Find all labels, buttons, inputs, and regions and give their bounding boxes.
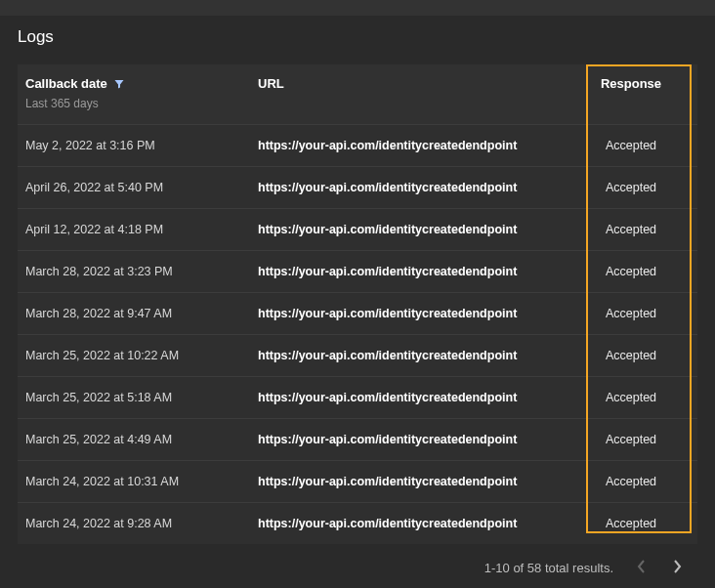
cell-date: May 2, 2022 at 3:16 PM bbox=[25, 139, 258, 152]
logs-panel: Logs Callback date Last 365 days URL Res… bbox=[0, 16, 715, 578]
prev-page-button[interactable] bbox=[635, 558, 649, 578]
cell-date: March 25, 2022 at 5:18 AM bbox=[25, 391, 258, 404]
cell-date: March 28, 2022 at 3:23 PM bbox=[25, 265, 258, 278]
cell-url: https://your-api.com/identitycreatedendp… bbox=[258, 475, 572, 488]
header-url[interactable]: URL bbox=[258, 76, 572, 91]
cell-response: Accepted bbox=[572, 391, 690, 404]
cell-response: Accepted bbox=[572, 349, 690, 362]
table-row[interactable]: March 25, 2022 at 4:49 AMhttps://your-ap… bbox=[18, 418, 697, 460]
table-row[interactable]: March 24, 2022 at 9:28 AMhttps://your-ap… bbox=[18, 502, 697, 544]
cell-date: March 24, 2022 at 10:31 AM bbox=[25, 475, 258, 488]
table-row[interactable]: March 25, 2022 at 5:18 AMhttps://your-ap… bbox=[18, 376, 697, 418]
cell-url: https://your-api.com/identitycreatedendp… bbox=[258, 433, 572, 446]
cell-response: Accepted bbox=[572, 181, 690, 194]
table-row[interactable]: April 12, 2022 at 4:18 PMhttps://your-ap… bbox=[18, 208, 697, 250]
header-date-label: Callback date bbox=[25, 76, 107, 91]
cell-response: Accepted bbox=[572, 223, 690, 236]
cell-url: https://your-api.com/identitycreatedendp… bbox=[258, 349, 572, 362]
pagination: 1-10 of 58 total results. bbox=[18, 544, 697, 578]
cell-url: https://your-api.com/identitycreatedendp… bbox=[258, 139, 572, 152]
cell-date: April 26, 2022 at 5:40 PM bbox=[25, 181, 258, 194]
table-row[interactable]: April 26, 2022 at 5:40 PMhttps://your-ap… bbox=[18, 166, 697, 208]
next-page-button[interactable] bbox=[670, 558, 684, 578]
cell-response: Accepted bbox=[572, 139, 690, 152]
top-bar bbox=[0, 0, 715, 16]
table-row[interactable]: May 2, 2022 at 3:16 PMhttps://your-api.c… bbox=[18, 124, 697, 166]
cell-response: Accepted bbox=[572, 265, 690, 278]
header-response-label: Response bbox=[601, 76, 661, 91]
table-row[interactable]: March 28, 2022 at 9:47 AMhttps://your-ap… bbox=[18, 292, 697, 334]
cell-url: https://your-api.com/identitycreatedendp… bbox=[258, 223, 572, 236]
cell-response: Accepted bbox=[572, 433, 690, 446]
header-date-subtext: Last 365 days bbox=[25, 97, 258, 110]
cell-date: April 12, 2022 at 4:18 PM bbox=[25, 223, 258, 236]
logs-table: Callback date Last 365 days URL Response… bbox=[18, 64, 697, 544]
cell-url: https://your-api.com/identitycreatedendp… bbox=[258, 391, 572, 404]
cell-date: March 25, 2022 at 4:49 AM bbox=[25, 433, 258, 446]
header-url-label: URL bbox=[258, 76, 284, 91]
cell-response: Accepted bbox=[572, 307, 690, 320]
chevron-left-icon bbox=[637, 560, 647, 576]
cell-date: March 24, 2022 at 9:28 AM bbox=[25, 517, 258, 530]
header-response[interactable]: Response bbox=[572, 76, 690, 91]
cell-date: March 28, 2022 at 9:47 AM bbox=[25, 307, 258, 320]
table-header-row: Callback date Last 365 days URL Response bbox=[18, 64, 697, 124]
table-row[interactable]: March 24, 2022 at 10:31 AMhttps://your-a… bbox=[18, 460, 697, 502]
cell-date: March 25, 2022 at 10:22 AM bbox=[25, 349, 258, 362]
cell-url: https://your-api.com/identitycreatedendp… bbox=[258, 307, 572, 320]
cell-url: https://your-api.com/identitycreatedendp… bbox=[258, 265, 572, 278]
table-row[interactable]: March 25, 2022 at 10:22 AMhttps://your-a… bbox=[18, 334, 697, 376]
table-body: May 2, 2022 at 3:16 PMhttps://your-api.c… bbox=[18, 124, 697, 544]
header-callback-date[interactable]: Callback date Last 365 days bbox=[25, 76, 258, 110]
pagination-text: 1-10 of 58 total results. bbox=[484, 561, 613, 575]
cell-url: https://your-api.com/identitycreatedendp… bbox=[258, 517, 572, 530]
table-row[interactable]: March 28, 2022 at 3:23 PMhttps://your-ap… bbox=[18, 250, 697, 292]
filter-icon[interactable] bbox=[113, 78, 125, 90]
panel-title: Logs bbox=[18, 27, 697, 47]
cell-response: Accepted bbox=[572, 517, 690, 530]
chevron-right-icon bbox=[672, 560, 682, 576]
cell-response: Accepted bbox=[572, 475, 690, 488]
cell-url: https://your-api.com/identitycreatedendp… bbox=[258, 181, 572, 194]
